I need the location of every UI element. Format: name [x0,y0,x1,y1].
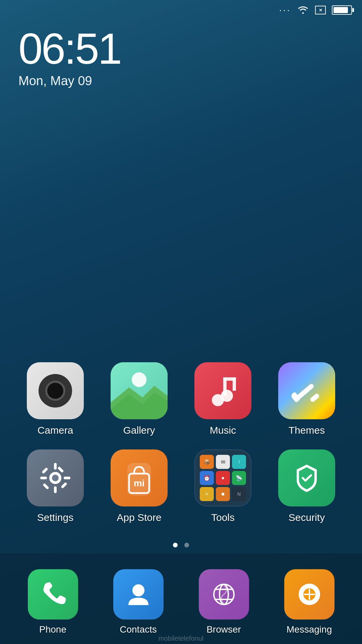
gallery-label: Gallery [123,425,155,436]
time-separator: : [64,24,75,73]
dock-item-contacts[interactable]: Contacts [113,569,164,635]
phone-icon [28,569,78,620]
battery-fill [334,7,348,13]
themes-label: Themes [289,425,325,436]
security-icon [278,449,335,506]
dock-item-phone[interactable]: Phone [28,569,78,635]
app-item-appstore[interactable]: mi App Store [106,449,173,523]
camera-label: Camera [38,425,73,436]
app-row-1: Camera Gallery [13,362,349,436]
battery-icon [332,5,352,15]
tool-mini-7: = [200,487,214,501]
svg-rect-7 [233,377,236,391]
messaging-icon [284,569,335,620]
tool-mini-4: ⏰ [200,471,214,485]
tool-mini-1: 📦 [200,455,214,469]
wifi-icon [297,4,309,16]
svg-rect-21 [43,483,49,490]
contacts-icon [113,569,164,620]
app-item-music[interactable]: Music [189,362,256,436]
messaging-label: Messaging [287,624,332,635]
page-dot-2[interactable] [184,543,189,547]
music-label: Music [210,425,236,436]
tool-mini-6: 📡 [232,471,246,485]
themes-icon [278,362,335,419]
app-item-security[interactable]: Security [273,449,340,523]
app-item-settings[interactable]: Settings [22,449,89,523]
app-grid: Camera Gallery [0,362,362,537]
svg-point-1 [132,372,146,387]
page-indicators [173,543,189,547]
app-item-gallery[interactable]: Gallery [106,362,173,436]
camera-icon [27,362,84,419]
status-bar: ··· ✕ [0,0,362,20]
phone-label: Phone [39,624,66,635]
tools-icon: 📦 ✉ ↑ ⏰ ● 📡 = ■ N [194,449,251,506]
dock-item-messaging[interactable]: Messaging [284,569,335,635]
browser-label: Browser [206,624,241,635]
tool-mini-5: ● [216,471,230,485]
tool-mini-8: ■ [216,487,230,501]
time-section: 06:51 Mon, May 09 [18,27,121,88]
browser-icon [199,569,249,620]
appstore-label: App Store [117,512,161,523]
svg-point-8 [221,390,233,402]
app-row-2: Settings mi App Store 📦 ✉ [13,449,349,523]
time-display: 06:51 [18,27,121,70]
svg-rect-14 [54,463,57,470]
svg-rect-17 [64,477,70,479]
app-item-tools[interactable]: 📦 ✉ ↑ ⏰ ● 📡 = ■ N Tools [189,449,256,523]
music-icon [194,362,251,419]
date-display: Mon, May 09 [18,74,121,88]
app-item-camera[interactable]: Camera [22,362,89,436]
tool-mini-2: ✉ [216,455,230,469]
appstore-icon: mi [111,449,168,506]
time-minutes: 51 [75,24,121,73]
svg-rect-20 [57,466,64,473]
camera-inner [45,381,65,401]
svg-text:mi: mi [134,478,145,488]
svg-rect-10 [309,393,320,403]
security-label: Security [289,512,325,523]
settings-icon [27,449,84,506]
gallery-icon [111,362,168,419]
svg-point-24 [132,584,144,596]
tool-mini-3: ↑ [232,455,246,469]
dock-item-browser[interactable]: Browser [199,569,249,635]
camera-outer [39,374,72,408]
status-dots: ··· [279,5,291,15]
svg-rect-19 [61,482,67,489]
tools-label: Tools [211,512,235,523]
svg-point-13 [52,475,59,481]
tool-mini-9: N [232,487,246,501]
svg-rect-16 [40,477,47,479]
signal-icon: ✕ [315,6,326,14]
dock: Phone Contacts Browser [0,553,362,644]
settings-label: Settings [37,512,73,523]
contacts-label: Contacts [120,624,157,635]
watermark: mobiletelefonul [0,635,362,642]
svg-rect-15 [54,486,57,493]
time-hours: 06 [18,24,64,73]
svg-rect-18 [42,467,48,474]
app-item-themes[interactable]: Themes [273,362,340,436]
page-dot-1[interactable] [173,543,178,547]
